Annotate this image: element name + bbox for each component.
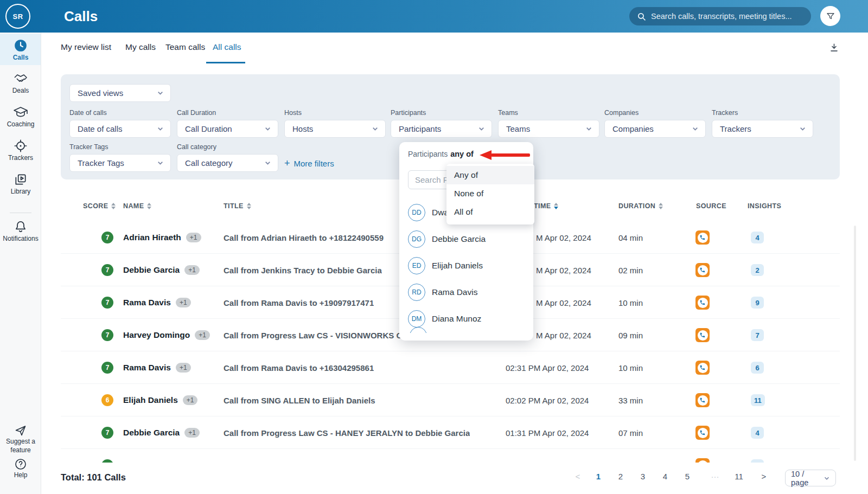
condition-option-any-of[interactable]: Any of [446,166,534,184]
call-title[interactable]: Call from Rama Davis to +19097917471 [224,286,374,319]
hosts-select[interactable]: Hosts [284,120,386,138]
call-owner-name: Debbie Garcia [123,428,180,438]
tab-team-calls[interactable]: Team calls [165,42,205,52]
insights-count-badge[interactable]: 4 [751,427,764,439]
more-filters-link[interactable]: + More filters [284,158,334,168]
pagination-ellipsis[interactable]: ··· [707,472,723,481]
saved-views-select[interactable]: Saved views [69,84,171,102]
more-filters-label: More filters [294,159,334,168]
call-title[interactable]: Call from Jenkins Tracy to Debbie Garcia [224,254,382,286]
column-header-score[interactable]: SCORE [83,202,116,210]
filter-button[interactable] [820,6,840,26]
call-row[interactable]: 7Debbie Garcia+1Call from Progress Law C… [61,416,840,449]
sidebar-item-library[interactable]: Library [0,172,41,195]
tab-all-calls[interactable]: All calls [213,42,241,52]
source-phone-icon[interactable] [695,230,710,245]
call-duration-select[interactable]: Call Duration [177,120,278,138]
call-title[interactable]: Call from SING ALLEN to Elijah Daniels [224,384,375,416]
column-header-time[interactable]: TIME [534,202,558,210]
chevron-down-icon [585,125,592,132]
pagination-prev[interactable]: < [570,472,585,481]
column-header-name[interactable]: NAME [123,202,151,210]
insights-count-badge[interactable]: 9 [751,297,764,309]
insights-count-badge[interactable]: 11 [751,394,765,406]
calls-page: SR Calls [0,0,868,494]
extra-participants-badge[interactable]: +1 [195,330,210,340]
sort-icon [147,203,151,209]
chevron-down-icon [264,125,271,132]
teams-select[interactable]: Teams [498,120,599,138]
call-owner-name: Adrian Hiraeth [123,233,181,242]
sidebar-item-suggest-feature[interactable]: Suggest a feature [0,424,41,454]
pagination-page-2[interactable]: 2 [613,472,628,481]
extra-participants-badge[interactable]: +1 [186,233,201,242]
source-phone-icon[interactable] [695,296,710,310]
pagination-next[interactable]: > [756,472,771,481]
participant-option-5[interactable]: DM Diana Munoz [408,310,524,328]
page-size-select[interactable]: 10 / page [785,470,836,486]
bell-icon [0,220,41,234]
call-title[interactable]: Call from Rama Davis to +16304295861 [224,351,374,384]
sidebar-item-help[interactable]: Help [0,458,41,479]
sidebar-item-notifications[interactable]: Notifications [0,220,41,242]
sidebar-divider [10,213,31,213]
condition-trigger[interactable]: any of [450,150,474,158]
participants-select[interactable]: Participants [391,120,492,138]
source-phone-icon[interactable] [695,328,710,342]
call-row[interactable]: 6Elijah Daniels+1Call from SING ALLEN to… [61,384,840,416]
condition-option-all-of[interactable]: All of [446,203,534,221]
participant-name-cell: Debbie Garcia+1 [123,254,200,286]
participant-option-3[interactable]: ED Elijah Daniels [408,256,524,275]
date-of-calls-select[interactable]: Date of calls [69,120,171,138]
sidebar-item-calls[interactable]: Calls [0,34,41,65]
column-header-duration[interactable]: DURATION [618,202,663,210]
trackers-select[interactable]: Trackers [712,120,813,138]
insights-count-badge[interactable]: 7 [751,329,764,341]
insights-count-badge[interactable]: 4 [751,232,764,243]
funnel-icon [826,11,835,21]
call-title[interactable]: Call from Progress Law CS - HANEY JERALY… [224,416,470,449]
condition-option-none-of[interactable]: None of [446,184,534,203]
source-phone-icon[interactable] [695,393,710,407]
sidebar-item-trackers[interactable]: Trackers [0,139,41,162]
pagination-page-1[interactable]: 1 [591,472,606,481]
column-header-title[interactable]: TITLE [224,202,251,210]
sidebar-item-deals[interactable]: Deals [0,72,41,94]
call-title[interactable]: Call from Adrian Hiraeth to +18122490559 [224,221,384,254]
tracker-tags-select[interactable]: Tracker Tags [69,154,171,172]
sidebar-item-coaching[interactable]: Coaching [0,105,41,128]
source-phone-icon[interactable] [695,263,710,277]
sidebar-label-suggest-feature: Suggest a feature [0,437,41,454]
global-search[interactable] [629,7,811,25]
insights-count-badge[interactable]: 2 [751,264,764,276]
extra-participants-badge[interactable]: +1 [184,428,200,438]
pagination-page-3[interactable]: 3 [635,472,650,481]
export-download-button[interactable] [829,42,839,53]
search-input[interactable] [651,12,803,21]
source-phone-icon [695,458,710,463]
tab-my-calls[interactable]: My calls [125,42,156,52]
table-scrollbar[interactable] [854,226,856,461]
clock-icon [0,39,41,53]
question-mark-icon [0,458,41,471]
source-phone-icon[interactable] [695,361,710,375]
extra-participants-badge[interactable]: +1 [184,265,200,275]
call-time: 02:31 PM Apr 02, 2024 [506,351,589,384]
user-avatar[interactable]: SR [5,4,30,29]
extra-participants-badge[interactable]: +1 [183,395,198,405]
call-row[interactable]: 7Rama Davis+1Call from Rama Davis to +16… [61,351,840,384]
extra-participants-badge[interactable]: +1 [176,298,191,307]
insights-count-badge[interactable]: 6 [751,362,764,374]
sidebar-label-deals: Deals [0,87,41,94]
extra-participants-badge[interactable]: +1 [176,363,191,373]
source-phone-icon[interactable] [695,426,710,440]
call-category-select[interactable]: Call category [177,154,278,172]
pagination-page-4[interactable]: 4 [658,472,673,481]
tab-my-review-list[interactable]: My review list [61,42,111,52]
participant-option-2[interactable]: DG Debbie Garcia [408,230,524,248]
call-title[interactable]: Call from Progress Law CS - VISIONWORKS … [224,319,407,351]
pagination-page-11[interactable]: 11 [731,472,746,481]
participant-option-4[interactable]: RD Rama Davis [408,283,524,301]
pagination-page-5[interactable]: 5 [680,472,695,481]
companies-select[interactable]: Companies [604,120,706,138]
